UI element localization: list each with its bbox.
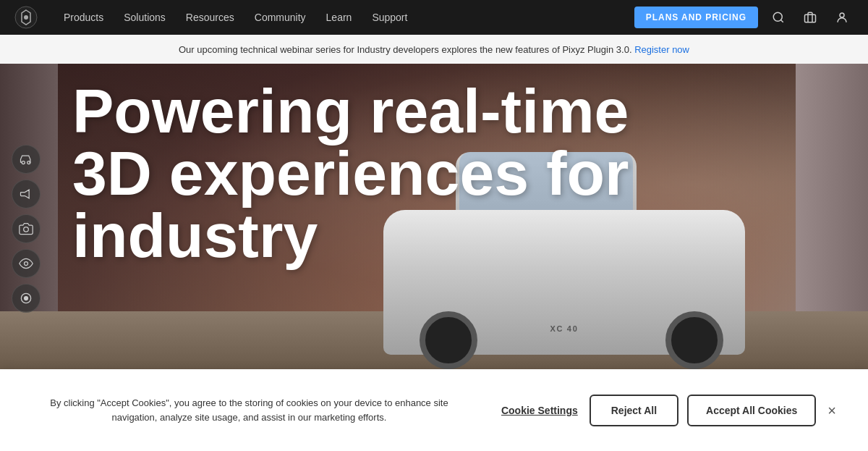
store-icon — [804, 11, 817, 24]
hero-title: Powering real-time 3D experiences for in… — [72, 80, 629, 266]
car-icon — [19, 152, 33, 167]
side-icon-car[interactable] — [12, 145, 41, 174]
hero-title-line2: 3D experiences for — [72, 142, 629, 204]
svg-point-2 — [773, 12, 782, 21]
svg-point-10 — [25, 297, 28, 300]
car-wheel-right — [665, 311, 723, 369]
announcement-text: Our upcoming technical webinar series fo… — [179, 44, 632, 55]
cookie-close-button[interactable]: × — [825, 400, 839, 421]
car-wheel-left — [420, 311, 477, 369]
side-icon-camera[interactable] — [12, 214, 41, 243]
nav-community[interactable]: Community — [246, 7, 315, 28]
cookie-banner: By clicking "Accept Cookies", you agree … — [0, 369, 868, 451]
svg-rect-3 — [805, 14, 816, 22]
svg-point-7 — [24, 227, 29, 232]
side-icons — [12, 145, 41, 313]
cookie-accept-button[interactable]: Accept All Cookies — [687, 395, 816, 426]
hero-text: Powering real-time 3D experiences for in… — [72, 80, 629, 266]
hero-title-line1: Powering real-time — [72, 80, 629, 142]
nav-resources[interactable]: Resources — [177, 7, 243, 28]
eye-icon — [19, 256, 33, 271]
camera-icon — [19, 222, 33, 236]
plans-pricing-button[interactable]: PLANS AND PRICING — [634, 7, 758, 28]
nav-learn[interactable]: Learn — [318, 7, 361, 28]
side-icon-record[interactable] — [12, 284, 41, 313]
nav-products[interactable]: Products — [55, 7, 112, 28]
announcement-link[interactable]: Register now — [634, 44, 689, 55]
record-icon — [19, 291, 33, 305]
navbar-actions: PLANS AND PRICING — [634, 6, 854, 29]
nav-support[interactable]: Support — [363, 7, 416, 28]
nav-solutions[interactable]: Solutions — [115, 7, 174, 28]
announcement-bar: Our upcoming technical webinar series fo… — [0, 35, 868, 64]
store-button[interactable] — [799, 6, 822, 29]
search-icon — [772, 11, 785, 24]
svg-point-5 — [22, 161, 25, 164]
svg-point-4 — [840, 13, 844, 17]
logo-icon — [14, 6, 38, 29]
account-icon — [835, 11, 848, 24]
cookie-reject-button[interactable]: Reject All — [590, 395, 678, 426]
side-icon-eye[interactable] — [12, 249, 41, 278]
cookie-text: By clicking "Accept Cookies", you agree … — [29, 396, 469, 424]
account-button[interactable] — [830, 6, 854, 29]
side-icon-megaphone[interactable] — [12, 180, 41, 208]
hero-title-line3: industry — [72, 204, 629, 266]
logo[interactable] — [14, 6, 38, 29]
cookie-settings-button[interactable]: Cookie Settings — [498, 402, 581, 419]
navbar: Products Solutions Resources Community L… — [0, 0, 868, 35]
car-model-label: XC 40 — [550, 324, 579, 333]
search-button[interactable] — [767, 6, 790, 29]
megaphone-icon — [19, 187, 33, 201]
cookie-actions: Cookie Settings Reject All Accept All Co… — [498, 395, 839, 426]
svg-point-1 — [24, 15, 28, 20]
svg-point-8 — [25, 262, 28, 266]
navbar-links: Products Solutions Resources Community L… — [55, 7, 634, 28]
